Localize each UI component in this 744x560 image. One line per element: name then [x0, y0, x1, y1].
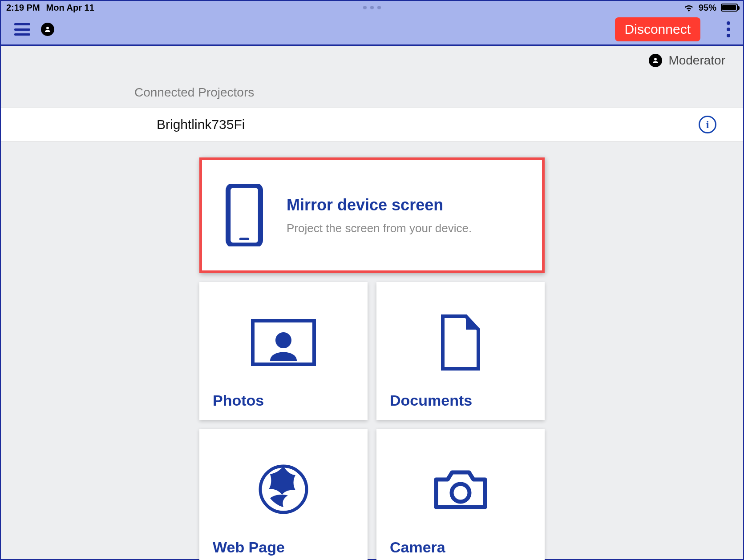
svg-rect-1 [239, 238, 249, 240]
moderator-indicator: Moderator [1, 46, 743, 72]
status-right: 95% [683, 3, 738, 13]
mirror-subtitle: Project the screen from your device. [287, 222, 472, 235]
wifi-icon [683, 4, 694, 12]
more-options-icon[interactable] [722, 21, 735, 37]
connected-projectors-label: Connected Projectors [1, 72, 743, 108]
phone-icon [224, 184, 264, 246]
user-avatar-icon[interactable] [41, 23, 54, 36]
globe-icon [213, 439, 354, 539]
moderator-label: Moderator [668, 53, 725, 68]
svg-rect-0 [228, 185, 261, 245]
moderator-user-icon [649, 54, 662, 67]
disconnect-button[interactable]: Disconnect [615, 17, 700, 41]
info-icon[interactable]: i [699, 116, 716, 133]
battery-percent: 95% [699, 3, 716, 13]
tiles-container: Mirror device screen Project the screen … [198, 157, 546, 560]
photos-label: Photos [213, 392, 354, 409]
menu-icon[interactable] [14, 23, 30, 36]
projector-name: Brightlink735Fi [157, 117, 245, 132]
documents-label: Documents [390, 392, 531, 409]
camera-icon [390, 439, 531, 539]
webpage-tile[interactable]: Web Page [199, 429, 368, 560]
svg-point-3 [275, 332, 291, 348]
projector-row[interactable]: Brightlink735Fi i [1, 108, 743, 141]
photos-icon [213, 293, 354, 392]
mirror-title: Mirror device screen [287, 196, 472, 214]
photos-tile[interactable]: Photos [199, 282, 368, 420]
app-toolbar: Disconnect [1, 14, 743, 46]
app-screen: 2:19 PM Mon Apr 11 95% Disconnect [0, 0, 744, 560]
status-bar: 2:19 PM Mon Apr 11 95% [1, 1, 743, 14]
camera-label: Camera [390, 539, 531, 556]
webpage-label: Web Page [213, 539, 354, 556]
mirror-device-tile[interactable]: Mirror device screen Project the screen … [199, 157, 545, 273]
status-time: 2:19 PM [6, 3, 40, 13]
multitask-dots[interactable] [363, 6, 381, 9]
content-area: Moderator Connected Projectors Brightlin… [1, 46, 743, 560]
camera-tile[interactable]: Camera [376, 429, 545, 560]
status-date: Mon Apr 11 [46, 3, 94, 13]
document-icon [390, 293, 531, 392]
svg-point-5 [452, 484, 469, 502]
documents-tile[interactable]: Documents [376, 282, 545, 420]
battery-icon [721, 4, 738, 12]
